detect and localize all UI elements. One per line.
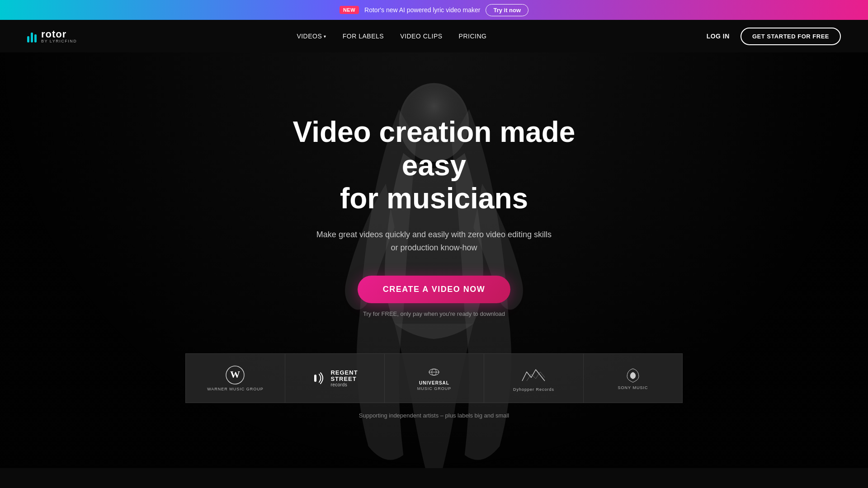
label-card-sony: SONY MUSIC: [583, 353, 683, 403]
svg-text:W: W: [230, 369, 240, 380]
regent-sound-icon: [311, 370, 328, 386]
hero-content: Video creation made easy for musicians M…: [276, 116, 592, 317]
nav-link-videos[interactable]: VIDEOS ▾: [297, 33, 326, 40]
login-button[interactable]: LOG IN: [707, 33, 730, 40]
banner-message: Rotor's new AI powered lyric video maker: [364, 6, 480, 14]
logo-bar-1: [27, 36, 29, 42]
logo-bar-2: [31, 33, 33, 42]
nav-item-videos[interactable]: VIDEOS ▾: [297, 33, 326, 40]
nav-item-forlabels[interactable]: FOR LABELS: [343, 33, 384, 40]
logo-subtitle: BY LYRICFIND: [41, 39, 77, 43]
hero-section: Video creation made easy for musicians M…: [0, 52, 868, 468]
logo[interactable]: rotor BY LYRICFIND: [27, 29, 77, 43]
nav-link-pricing[interactable]: PRICING: [459, 33, 487, 40]
nav-right: LOG IN GET STARTED FOR FREE: [707, 28, 841, 45]
sony-label: SONY MUSIC: [618, 385, 648, 390]
logo-name: rotor: [41, 29, 77, 39]
universal-label: UNIVERSAL: [419, 380, 449, 385]
supporting-text: Supporting independent artists – plus la…: [359, 412, 509, 419]
sony-music-icon: [624, 366, 642, 385]
warner-logo-area: W WARNER MUSIC GROUP: [207, 365, 264, 391]
nav-link-videoclips[interactable]: VIDEO CLIPS: [400, 33, 442, 40]
universal-music-icon: [425, 366, 443, 380]
dyhopper-logo-area: Dyhopper Records: [513, 365, 554, 392]
warner-music-icon: W: [225, 365, 245, 385]
regent-text: REGENT STREET records: [330, 370, 358, 388]
nav-item-videoclips[interactable]: VIDEO CLIPS: [400, 33, 442, 40]
dyhopper-label: Dyhopper Records: [513, 387, 554, 392]
labels-section: W WARNER MUSIC GROUP: [0, 353, 868, 419]
nav-link-forlabels[interactable]: FOR LABELS: [343, 33, 384, 40]
chevron-down-icon: ▾: [324, 34, 326, 39]
create-video-button[interactable]: CREATE A VIDEO NOW: [358, 276, 510, 303]
banner-cta-button[interactable]: Try it now: [486, 4, 528, 16]
nav-item-pricing[interactable]: PRICING: [459, 33, 487, 40]
regent-logo-area: REGENT STREET records: [311, 370, 358, 388]
hero-title: Video creation made easy for musicians: [276, 116, 592, 216]
new-badge: NEW: [340, 6, 359, 14]
label-card-dyhopper: Dyhopper Records: [484, 353, 583, 403]
labels-row: W WARNER MUSIC GROUP: [185, 353, 683, 403]
dyhopper-icon: [520, 365, 547, 385]
label-card-warner: W WARNER MUSIC GROUP: [185, 353, 285, 403]
logo-icon: [27, 30, 37, 42]
hero-subtitle: Make great videos quickly and easily wit…: [276, 228, 592, 254]
warner-label: WARNER MUSIC GROUP: [207, 387, 264, 391]
sony-logo-area: SONY MUSIC: [618, 366, 648, 390]
universal-logo-area: UNIVERSAL MUSIC GROUP: [417, 366, 452, 391]
get-started-button[interactable]: GET STARTED FOR FREE: [741, 28, 841, 45]
logo-text: rotor BY LYRICFIND: [41, 29, 77, 43]
free-note: Try for FREE, only pay when you're ready…: [276, 310, 592, 317]
nav-links: VIDEOS ▾ FOR LABELS VIDEO CLIPS PRICING: [297, 33, 486, 40]
logo-bar-3: [34, 34, 37, 42]
navbar: rotor BY LYRICFIND VIDEOS ▾ FOR LABELS V…: [0, 20, 868, 52]
universal-group-label: MUSIC GROUP: [417, 386, 452, 391]
regent-logo: REGENT STREET records: [311, 370, 358, 388]
announcement-banner: NEW Rotor's new AI powered lyric video m…: [0, 0, 868, 20]
label-card-universal: UNIVERSAL MUSIC GROUP: [384, 353, 484, 403]
label-card-regent: REGENT STREET records: [285, 353, 384, 403]
svg-rect-4: [314, 375, 316, 382]
